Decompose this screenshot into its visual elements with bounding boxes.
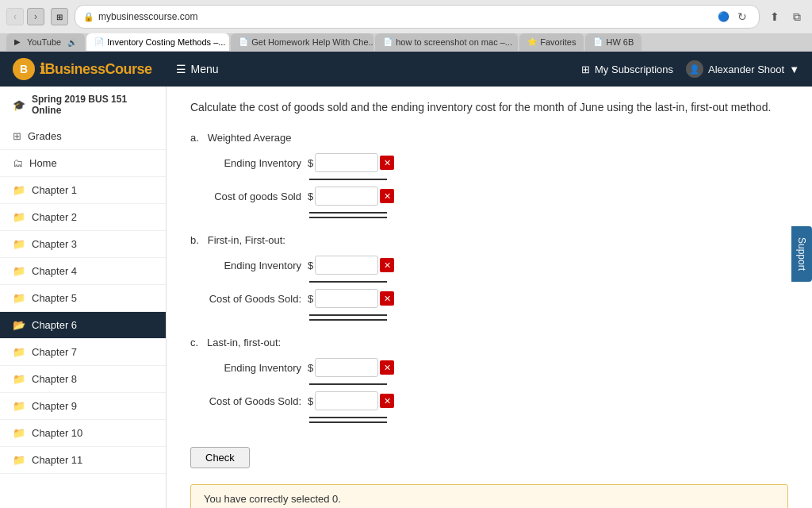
tab-screenshot-favicon: 📄 [383, 37, 393, 47]
chapter-1-label: Chapter 1 [32, 184, 77, 196]
subscriptions-button[interactable]: ⊞ My Subscriptions [581, 64, 673, 75]
chapter-7-label: Chapter 7 [32, 346, 77, 358]
user-avatar-icon: 👤 [686, 60, 703, 78]
grades-label: Grades [28, 130, 62, 142]
tab-favorites-label: Favorites [540, 37, 576, 47]
sidebar-item-chapter-9[interactable]: 📁 Chapter 9 [0, 393, 166, 420]
fifo-cogs-row: Cost of Goods Sold: $ ✕ [190, 289, 788, 308]
fifo-cogs-underline1 [309, 314, 387, 316]
sidebar-item-chapter-6[interactable]: 📂 Chapter 6 [0, 312, 166, 339]
wa-ending-dollar: $ [308, 157, 313, 169]
fifo-ending-label: Ending Inventory [190, 260, 301, 271]
sidebar-item-chapter-8[interactable]: 📁 Chapter 8 [0, 366, 166, 393]
sidebar: 🎓 Spring 2019 BUS 151 Online ⊞ Grades 🗂 … [0, 87, 167, 508]
lifo-ending-clear[interactable]: ✕ [380, 360, 394, 375]
folder-icon-7: 📁 [13, 346, 25, 358]
wa-cogs-underline1 [309, 212, 387, 214]
folder-icon-1: 📁 [13, 184, 25, 196]
section-c-title: Last-in, first-out: [207, 337, 281, 348]
forward-button[interactable]: › [27, 8, 44, 25]
sidebar-course-title[interactable]: 🎓 Spring 2019 BUS 151 Online [0, 87, 166, 123]
new-tab-button[interactable]: ⧉ [788, 8, 806, 25]
lifo-cogs-input-wrap: $ ✕ [308, 391, 394, 410]
ssl-icon: 🔵 [718, 11, 730, 22]
lock-icon: 🔒 [83, 12, 94, 22]
address-bar: 🔒 mybusinesscourse.com 🔵 ↻ [75, 5, 760, 29]
fifo-cogs-label: Cost of Goods Sold: [190, 293, 301, 305]
user-button[interactable]: 👤 Alexander Shoot ▼ [686, 60, 799, 78]
section-b-label: b. First-in, First-out: [190, 234, 788, 246]
support-button[interactable]: Support [791, 226, 812, 282]
chapter-10-label: Chapter 10 [32, 427, 82, 439]
lifo-cogs-input[interactable] [315, 391, 378, 410]
sidebar-item-chapter-11[interactable]: 📁 Chapter 11 [0, 447, 166, 474]
tab-inventory[interactable]: 📄 Inventory Costing Methods –... [86, 33, 229, 51]
top-navbar: B ℹBusinessCourse ☰ Menu ⊞ My Subscripti… [0, 52, 812, 87]
folder-icon-5: 📁 [13, 292, 25, 304]
course-label: Spring 2019 BUS 151 Online [32, 94, 153, 116]
fifo-ending-row: Ending Inventory $ ✕ [190, 256, 788, 275]
back-button[interactable]: ‹ [6, 8, 24, 25]
content-inner: Calculate the cost of goods sold and the… [167, 87, 812, 508]
sidebar-item-chapter-5[interactable]: 📁 Chapter 5 [0, 285, 166, 312]
lifo-cogs-clear[interactable]: ✕ [380, 394, 394, 408]
wa-cogs-input-wrap: $ ✕ [308, 187, 394, 206]
sidebar-item-chapter-3[interactable]: 📁 Chapter 3 [0, 231, 166, 258]
sidebar-item-home[interactable]: 🗂 Home [0, 150, 166, 177]
fifo-cogs-input[interactable] [315, 289, 378, 308]
user-name: Alexander Shoot [708, 64, 784, 75]
brand-icon: B [13, 58, 35, 80]
wa-cogs-label: Cost of goods Sold [190, 190, 301, 202]
wa-cogs-dollar: $ [308, 190, 313, 202]
chapter-2-label: Chapter 2 [32, 211, 77, 223]
lifo-cogs-underline1 [309, 417, 387, 418]
tab-homework[interactable]: 📄 Get Homework Help With Che... [231, 33, 373, 51]
fifo-ending-underline [309, 281, 387, 283]
folder-icon-10: 📁 [13, 427, 25, 439]
fifo-ending-input[interactable] [315, 256, 378, 275]
reload-button[interactable]: ↻ [733, 8, 751, 25]
folder-icon-4: 📁 [13, 265, 25, 277]
folder-icon-8: 📁 [13, 373, 25, 385]
lifo-cogs-underline2 [309, 421, 387, 423]
nav-buttons: ‹ › [6, 8, 44, 25]
sidebar-item-chapter-2[interactable]: 📁 Chapter 2 [0, 204, 166, 231]
chapter-4-label: Chapter 4 [32, 265, 77, 277]
tab-youtube[interactable]: ▶ YouTube 🔊 [6, 33, 85, 51]
wa-cogs-clear[interactable]: ✕ [380, 189, 394, 203]
sidebar-item-chapter-7[interactable]: 📁 Chapter 7 [0, 339, 166, 366]
wa-cogs-input[interactable] [315, 187, 378, 206]
lifo-ending-row: Ending Inventory $ ✕ [190, 358, 788, 377]
intro-text: Calculate the cost of goods sold and the… [190, 99, 788, 116]
sidebar-item-grades[interactable]: ⊞ Grades [0, 123, 166, 150]
grid-icon: ⊞ [581, 64, 590, 75]
check-button[interactable]: Check [190, 447, 250, 468]
reader-view-button[interactable]: ⊞ [51, 8, 68, 25]
tab-homework-label: Get Homework Help With Che... [251, 37, 373, 47]
wa-ending-input[interactable] [315, 153, 378, 172]
lifo-ending-underline [309, 383, 387, 385]
section-weighted-average: a. Weighted Average Ending Inventory $ ✕ [190, 132, 788, 218]
graduation-icon: 🎓 [13, 99, 25, 111]
menu-button[interactable]: ☰ Menu [168, 58, 227, 80]
wa-ending-clear[interactable]: ✕ [380, 156, 394, 170]
tab-favorites-favicon: ⭐ [527, 37, 537, 47]
share-button[interactable]: ⬆ [766, 8, 783, 25]
lifo-ending-input[interactable] [315, 358, 378, 377]
lifo-ending-label: Ending Inventory [190, 362, 301, 374]
sidebar-item-chapter-4[interactable]: 📁 Chapter 4 [0, 258, 166, 285]
fifo-ending-input-wrap: $ ✕ [308, 256, 394, 275]
tab-hw6b[interactable]: 📄 HW 6B [585, 33, 642, 51]
section-b-title: First-in, First-out: [208, 234, 285, 246]
fifo-ending-dollar: $ [308, 260, 313, 271]
sidebar-item-chapter-10[interactable]: 📁 Chapter 10 [0, 420, 166, 447]
browser-toolbar: ‹ › ⊞ 🔒 mybusinesscourse.com 🔵 ↻ ⬆ ⧉ [0, 0, 812, 33]
fifo-ending-clear[interactable]: ✕ [380, 258, 394, 272]
fifo-cogs-clear[interactable]: ✕ [380, 291, 394, 306]
tab-inventory-favicon: 📄 [94, 37, 104, 47]
tab-youtube-volume: 🔊 [67, 38, 77, 47]
sidebar-item-chapter-1[interactable]: 📁 Chapter 1 [0, 177, 166, 204]
tab-favorites[interactable]: ⭐ Favorites [519, 33, 584, 51]
tab-screenshot[interactable]: 📄 how to screenshot on mac –... [375, 33, 518, 51]
tabs-bar: ▶ YouTube 🔊 📄 Inventory Costing Methods … [0, 33, 812, 51]
